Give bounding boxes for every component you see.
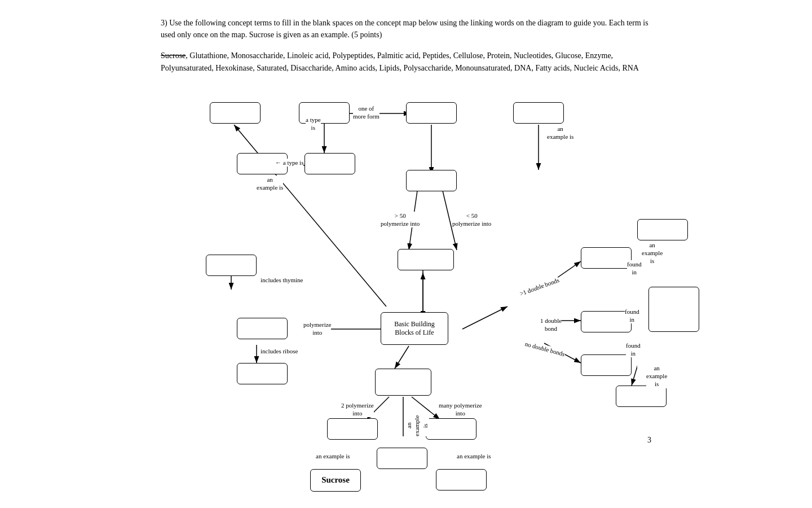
label-includes-thymine: includes thymine (261, 276, 303, 284)
box-left-row5 (237, 363, 288, 384)
box-row2-col2 (304, 153, 355, 174)
label-includes-ribose: includes ribose (261, 347, 298, 355)
box-right-mid (581, 311, 632, 332)
svg-line-2 (234, 125, 386, 306)
label-1-double-bond: 1 doublebond (540, 317, 562, 333)
box-sucrose: Sucrose (310, 469, 361, 492)
label-a-type-is-top: a typeis (306, 116, 321, 132)
label-an-example-is-bot1: an example is (316, 452, 350, 460)
box-right-top (581, 247, 632, 269)
label-an-example-is-topleft: anexample is (257, 176, 283, 192)
label-found-in-top: found in (627, 260, 642, 277)
svg-line-15 (395, 346, 409, 369)
box-row2-right (637, 219, 688, 240)
strikethrough-term: Sucrose (161, 51, 186, 60)
concept-map: Basic BuildingBlocks of Life Sucrose (175, 86, 637, 436)
label-many-polymerize: many polymerizeinto (439, 401, 482, 418)
label-an-example-is-vertical: an example is (405, 415, 429, 436)
box-row5-center (375, 369, 431, 396)
box-left-row4 (237, 318, 288, 339)
label-an-example-is-bot2: an example is (457, 452, 491, 460)
box-row6-left (327, 418, 378, 440)
label-an-example-is-topright: anexample is (547, 125, 573, 141)
box-far-right-bot-example (616, 386, 667, 407)
box-left-row3 (206, 255, 257, 276)
label-lt50-polymerize: < 50polymerize into (452, 212, 491, 228)
label-one-of-more-form: one ofmore form (353, 104, 379, 121)
terms-rest: , Glutathione, Monosaccharide, Linoleic … (161, 51, 639, 72)
box-top-col4 (513, 102, 564, 124)
label-found-in-mid: found in (625, 308, 639, 324)
label-found-in-bot: found in (626, 341, 641, 358)
box-right-bot (581, 354, 632, 376)
label-a-type-is-mid: ← a type is (275, 159, 303, 167)
box-bottom-right (436, 469, 487, 491)
box-center-main: Basic BuildingBlocks of Life (381, 312, 448, 345)
box-top-col3 (406, 102, 457, 124)
box-top-left (210, 102, 261, 124)
instructions-text: 3) Use the following concept terms to fi… (161, 17, 651, 41)
label-an-example-is-right-top: an example is (642, 241, 663, 265)
label-an-example-is-right-bot: an example is (646, 364, 667, 388)
label-gt1-double-bonds: >1 double bonds (519, 276, 561, 298)
page-number: 3 (647, 436, 651, 445)
label-2-polymerize: 2 polymerizeinto (341, 401, 374, 418)
box-row6-mid (377, 448, 427, 469)
label-gt50-polymerize: > 50polymerize into (381, 212, 420, 228)
label-no-double-bonds: no double bonds (524, 340, 566, 358)
box-row2-col3 (406, 170, 457, 191)
box-far-right (648, 287, 699, 332)
box-row3-center (398, 249, 454, 270)
svg-line-16 (462, 306, 508, 329)
box-row6-right (426, 418, 476, 440)
term-list: Sucrose, Glutathione, Monosaccharide, Li… (161, 50, 651, 75)
label-polymerize-into: polymerizeinto (303, 321, 331, 337)
